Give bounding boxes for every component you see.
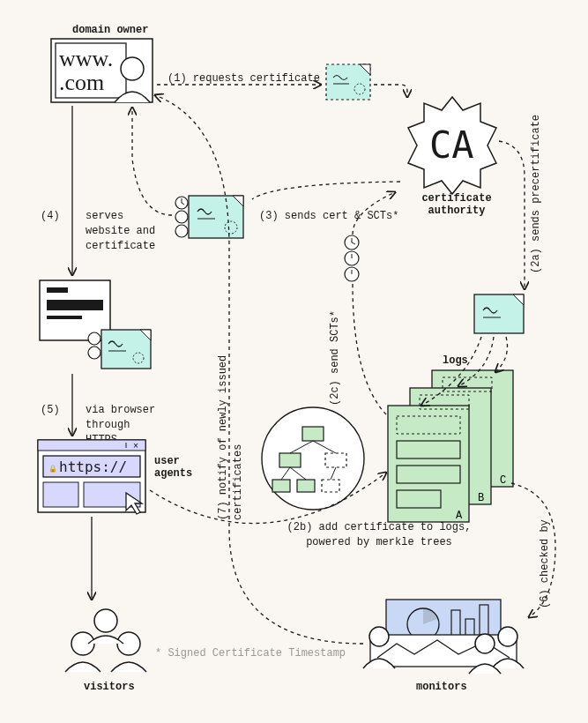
svg-rect-19 — [47, 300, 103, 310]
merkle-tree-icon — [262, 407, 364, 510]
svg-rect-44 — [388, 406, 469, 522]
cert-sct-icon — [175, 196, 243, 238]
svg-rect-27 — [38, 440, 145, 451]
svg-rect-20 — [47, 316, 82, 319]
svg-text:A: A — [456, 510, 463, 522]
logs-icon: C B A — [388, 370, 513, 522]
svg-point-21 — [88, 332, 100, 345]
svg-text:CA: CA — [429, 123, 474, 167]
svg-text:C: C — [500, 474, 506, 487]
svg-point-71 — [498, 627, 517, 646]
svg-rect-38 — [474, 294, 524, 333]
svg-text:×: × — [133, 442, 138, 451]
svg-text:https://: https:// — [59, 458, 127, 475]
svg-rect-23 — [101, 330, 151, 369]
svg-rect-56 — [272, 480, 290, 492]
svg-point-11 — [175, 225, 188, 237]
sct-clocks-icon — [345, 235, 359, 281]
svg-rect-69 — [370, 635, 517, 667]
visitors-icon — [65, 609, 146, 672]
svg-point-52 — [262, 407, 364, 510]
svg-rect-33 — [43, 482, 78, 507]
svg-rect-5 — [326, 64, 370, 100]
svg-text:🔒: 🔒 — [48, 464, 57, 473]
ca-badge-icon: CA — [408, 97, 496, 194]
svg-text:B: B — [478, 492, 484, 504]
svg-rect-18 — [47, 287, 68, 293]
svg-point-72 — [475, 634, 495, 653]
diagram-svg: www. .com CA — [0, 0, 588, 723]
svg-point-22 — [88, 347, 100, 359]
svg-text:.com: .com — [59, 70, 104, 95]
small-cert-icon-1 — [326, 64, 370, 100]
monitors-icon — [363, 600, 524, 674]
website-cert-icon — [40, 280, 151, 369]
small-cert-icon-2 — [474, 294, 524, 333]
svg-rect-57 — [297, 480, 315, 492]
svg-rect-54 — [279, 453, 301, 467]
svg-point-35 — [94, 609, 117, 632]
domain-owner-icon: www. .com — [51, 39, 153, 102]
svg-point-10 — [175, 211, 188, 223]
browser-icon: × 🔒 https:// — [38, 440, 145, 514]
svg-rect-53 — [302, 427, 324, 441]
svg-text:www.: www. — [59, 46, 113, 71]
svg-point-70 — [369, 627, 389, 646]
svg-point-4 — [121, 57, 144, 80]
